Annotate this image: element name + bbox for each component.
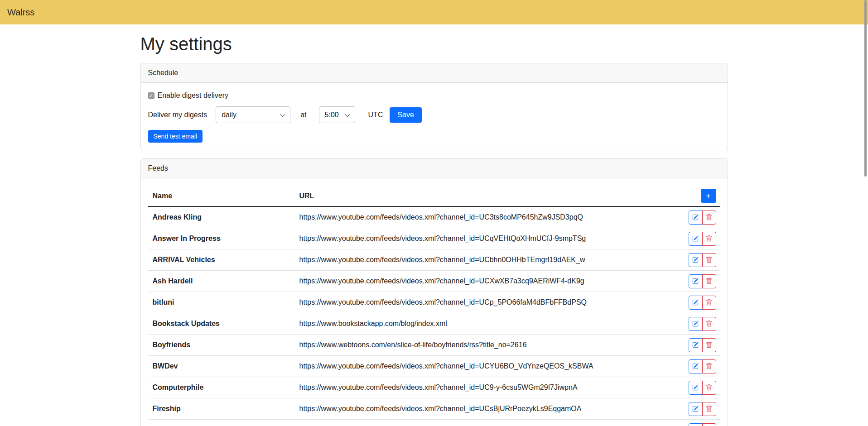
feed-name: Go Time [148, 422, 296, 426]
deliver-label: Deliver my digests [148, 111, 207, 119]
feed-name: Bookstack Updates [148, 316, 296, 331]
pencil-square-icon [692, 342, 699, 348]
feed-url: https://www.youtube.com/feeds/videos.xml… [296, 401, 689, 416]
feeds-card-header: Feeds [141, 159, 728, 178]
edit-feed-button[interactable] [689, 423, 703, 426]
row-actions-group [689, 359, 716, 373]
table-row: BWDev https://www.youtube.com/feeds/vide… [148, 356, 720, 377]
feed-name: Fireship [148, 401, 296, 416]
row-actions-group [689, 211, 716, 225]
row-actions-cell [689, 381, 720, 395]
time-select[interactable]: 5:00 [319, 106, 355, 123]
feed-url: https://www.youtube.com/feeds/videos.xml… [296, 295, 689, 310]
pencil-square-icon [692, 235, 699, 242]
trash-icon [706, 214, 712, 220]
enable-digest-label[interactable]: Enable digest delivery [158, 91, 229, 100]
edit-feed-button[interactable] [689, 359, 703, 373]
scrollbar-thumb[interactable] [864, 0, 867, 177]
delete-feed-button[interactable] [702, 317, 716, 331]
row-actions-group [689, 317, 716, 331]
feed-name: Computerphile [148, 380, 296, 395]
table-header-row: Name URL + [148, 186, 720, 207]
edit-feed-button[interactable] [689, 211, 703, 225]
pencil-square-icon [692, 214, 699, 220]
enable-digest-checkbox[interactable]: ✓ [148, 92, 154, 99]
feeds-card-body: Name URL + Andreas Kling https://www.you… [141, 178, 728, 426]
pencil-square-icon [692, 257, 699, 263]
edit-feed-button[interactable] [689, 402, 703, 416]
column-header-name: Name [148, 188, 296, 204]
utc-label: UTC [368, 111, 383, 119]
feed-name: BWDev [148, 359, 296, 374]
table-row: Computerphile https://www.youtube.com/fe… [148, 377, 720, 398]
feeds-card: Feeds Name URL + Andreas Kling https://w… [140, 158, 728, 426]
delivery-controls-row: Deliver my digests daily at 5:00 UTC Sav… [148, 106, 720, 123]
delete-feed-button[interactable] [702, 274, 716, 288]
feeds-table: Name URL + Andreas Kling https://www.you… [148, 186, 720, 426]
table-row: ARRIVAL Vehicles https://www.youtube.com… [148, 249, 720, 271]
feed-name: bitluni [148, 295, 296, 310]
page-title: My settings [140, 34, 728, 54]
schedule-card-header: Schedule [141, 63, 728, 83]
pencil-square-icon [692, 384, 699, 391]
row-actions-cell [689, 253, 720, 267]
row-actions-cell [689, 423, 720, 426]
trash-icon [706, 384, 712, 391]
pencil-square-icon [692, 278, 699, 284]
feed-name: ARRIVAL Vehicles [148, 252, 296, 268]
edit-feed-button[interactable] [689, 296, 703, 310]
trash-icon [706, 257, 712, 263]
edit-feed-button[interactable] [689, 274, 703, 288]
trash-icon [706, 235, 712, 242]
trash-icon [706, 406, 712, 412]
delete-feed-button[interactable] [702, 253, 716, 267]
feed-url: https://www.youtube.com/feeds/videos.xml… [296, 359, 689, 374]
send-test-email-button[interactable]: Send test email [148, 130, 203, 143]
row-actions-cell [689, 317, 720, 331]
edit-feed-button[interactable] [689, 317, 703, 331]
save-button[interactable]: Save [390, 107, 421, 123]
pencil-square-icon [692, 406, 699, 412]
trash-icon [706, 342, 712, 348]
trash-icon [706, 278, 712, 284]
delete-feed-button[interactable] [702, 423, 716, 426]
feeds-table-body: Andreas Kling https://www.youtube.com/fe… [148, 207, 720, 426]
delete-feed-button[interactable] [702, 402, 716, 416]
pencil-square-icon [692, 299, 699, 306]
navbar: Walrss [0, 0, 868, 24]
chevron-down-icon [345, 111, 350, 116]
row-actions-cell [689, 338, 720, 352]
column-header-url: URL [296, 188, 701, 204]
enable-digest-row: ✓ Enable digest delivery [148, 91, 720, 100]
edit-feed-button[interactable] [689, 253, 703, 267]
row-actions-cell [689, 359, 720, 373]
row-actions-group [689, 253, 716, 267]
time-select-value: 5:00 [325, 111, 339, 119]
row-actions-group [689, 232, 716, 246]
trash-icon [706, 363, 712, 369]
edit-feed-button[interactable] [689, 381, 703, 395]
row-actions-group [689, 274, 716, 288]
delete-feed-button[interactable] [702, 359, 716, 373]
delete-feed-button[interactable] [702, 211, 716, 225]
feed-url: https://changelog.com/gotime/feed [296, 422, 689, 426]
edit-feed-button[interactable] [689, 232, 703, 246]
delete-feed-button[interactable] [702, 296, 716, 310]
delete-feed-button[interactable] [702, 338, 716, 352]
edit-feed-button[interactable] [689, 338, 703, 352]
table-row: Boyfriends https://www.webtoons.com/en/s… [148, 335, 720, 356]
feed-url: https://www.youtube.com/feeds/videos.xml… [296, 273, 689, 289]
delete-feed-button[interactable] [702, 232, 716, 246]
schedule-card: Schedule ✓ Enable digest delivery Delive… [140, 63, 728, 150]
row-actions-group [689, 381, 716, 395]
table-row: bitluni https://www.youtube.com/feeds/vi… [148, 292, 720, 313]
schedule-card-body: ✓ Enable digest delivery Deliver my dige… [141, 83, 728, 150]
table-row: Bookstack Updates https://www.bookstacka… [148, 313, 720, 335]
add-feed-button[interactable]: + [701, 189, 716, 203]
trash-icon [706, 299, 712, 306]
pencil-square-icon [692, 321, 699, 327]
app-brand[interactable]: Walrss [7, 7, 34, 18]
feed-name: Ash Hardell [148, 273, 296, 289]
delete-feed-button[interactable] [702, 381, 716, 395]
frequency-select[interactable]: daily [216, 106, 290, 123]
